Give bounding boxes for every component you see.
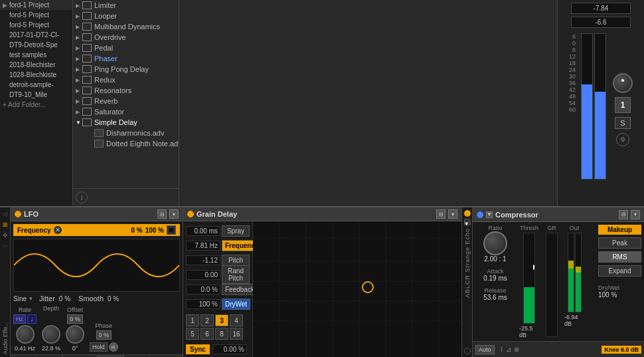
side-icon-3[interactable]: ✥ — [1, 231, 9, 239]
pitch-button[interactable]: Pitch — [222, 255, 250, 266]
browser-item-1028[interactable]: 1028-Blechkiste — [0, 70, 72, 80]
browser-item-ford5[interactable]: ford-5 Project — [0, 10, 72, 20]
lfo-shape-label: Sine — [13, 295, 27, 302]
browser-item-limiter[interactable]: ▶ Limiter — [73, 0, 179, 11]
browser-item-label: detroit-sample- — [9, 81, 54, 88]
randpitch-button[interactable]: Rand Pitch — [222, 265, 250, 284]
browser-item-simpledelay[interactable]: ▼ Simple Delay — [73, 117, 179, 128]
lfo-freq-grid-button[interactable]: ⊞ — [167, 225, 176, 235]
browser-item-pedal[interactable]: ▶ Pedal — [73, 43, 179, 53]
num-btn-8[interactable]: 8 — [215, 328, 228, 340]
browser-item-dotted[interactable]: Dotted Eighth Note.adv — [73, 138, 179, 149]
spray-button[interactable]: Spray — [222, 225, 250, 237]
grain-power-button[interactable] — [187, 211, 194, 217]
drywet-value[interactable] — [186, 299, 220, 309]
browser-item-detroit-spe[interactable]: DT9-Detroit-Spe — [0, 40, 72, 50]
dropdown-icon[interactable]: ▾ — [29, 295, 33, 302]
browser-item-dt2[interactable]: 2017-01-DT2-Cl- — [0, 30, 72, 40]
browser-item-label: 2017-01-DT2-Cl- — [9, 31, 59, 39]
auto-button[interactable]: Auto — [475, 345, 495, 354]
browser-item-looper[interactable]: ▶ Looper — [73, 11, 179, 21]
num-btn-16[interactable]: 16 — [230, 328, 243, 340]
spray-value[interactable] — [186, 226, 220, 236]
comp-menu-button[interactable]: ▾ — [631, 210, 640, 219]
browser-item-resonators[interactable]: ▶ Resonators — [73, 85, 179, 96]
browser-item-dt9[interactable]: DT9-10_Mile — [0, 90, 72, 100]
rate-unit-note[interactable]: ♩ — [27, 314, 37, 324]
arrow-icon: ▶ — [76, 45, 82, 51]
frequency-value[interactable] — [186, 241, 220, 251]
num-btn-2[interactable]: 2 — [201, 314, 214, 326]
feedback-button[interactable]: Feedback — [222, 284, 258, 295]
side-icon-4[interactable]: ☞ — [1, 242, 9, 250]
makeup-button[interactable]: Makeup — [598, 225, 641, 235]
sync-button[interactable]: Sync — [186, 344, 210, 354]
thresh-meter-col: Thresh -25.5 dB — [519, 225, 539, 338]
lfo-menu-button[interactable]: ▾ — [169, 209, 179, 219]
side-icon-2[interactable]: ⊞ — [1, 221, 9, 229]
comp-collapse-button[interactable]: ⊟ — [619, 210, 628, 219]
grain-collapse-button[interactable]: ⊟ — [436, 209, 445, 219]
num-btn-4[interactable]: 4 — [230, 314, 243, 326]
num-btn-5[interactable]: 5 — [186, 328, 199, 340]
lfo-freq-x-button[interactable]: ✕ — [54, 226, 62, 234]
browser-item-test[interactable]: test samples — [0, 50, 72, 60]
depth-knob[interactable] — [42, 325, 60, 344]
browser-item-saturator[interactable]: ▶ Saturator — [73, 106, 179, 117]
item-label: Resonators — [94, 86, 131, 94]
comp-mode-icon-1[interactable]: ⌇ — [500, 346, 503, 353]
ablr-power-dot[interactable] — [464, 210, 471, 217]
drywet-button[interactable]: DryWet — [222, 298, 250, 310]
rate-knob[interactable] — [16, 325, 35, 344]
reset-button[interactable]: R — [109, 342, 118, 352]
comp-power-button[interactable] — [477, 211, 483, 218]
browser-item-reverb[interactable]: ▶ Reverb — [73, 96, 179, 106]
audio-effects-label: Audio Effe... — [2, 322, 9, 354]
sync-value[interactable] — [212, 344, 247, 354]
drywet-row: DryWet — [186, 297, 250, 310]
volume-knob[interactable] — [613, 73, 633, 93]
rms-button[interactable]: RMS — [598, 251, 641, 263]
ablr-dot2[interactable] — [464, 348, 471, 354]
randpitch-value[interactable] — [186, 270, 220, 280]
num-btn-6[interactable]: 6 — [201, 328, 214, 340]
add-folder-button[interactable]: + Add Folder... — [0, 100, 72, 110]
side-icon-1[interactable]: ◁ — [1, 210, 9, 218]
lfo-power-button[interactable] — [15, 211, 21, 217]
browser-item-multiband[interactable]: ▶ Multiband Dynamics — [73, 21, 179, 32]
solo-button[interactable]: S — [615, 117, 631, 129]
folder-icon — [82, 12, 92, 20]
doc-icon — [94, 129, 104, 137]
pitch-value[interactable] — [186, 255, 220, 265]
feedback-value[interactable] — [186, 285, 220, 295]
comp-tab-auto[interactable]: Auto — [475, 345, 495, 354]
browser-item-redux[interactable]: ▶ Redux — [73, 74, 179, 85]
item-label: Saturator — [94, 108, 124, 116]
browser-item-phaser[interactable]: ▶ Phaser — [73, 53, 179, 64]
jitter-val: 0 % — [59, 295, 70, 302]
browser-item-minutektiv[interactable]: ▶ ford-1 Project — [0, 0, 72, 10]
peak-button[interactable]: Peak — [598, 237, 641, 249]
browser-item-disharmonics[interactable]: Disharmonics.adv — [73, 128, 179, 138]
browser-item-blechister[interactable]: 2018-Blechister — [0, 60, 72, 70]
ratio-knob[interactable] — [483, 231, 507, 255]
browser-item-detroit-s[interactable]: detroit-sample- — [0, 80, 72, 90]
out-meter-col: Out -6.94 dB — [564, 225, 584, 338]
offset-knob[interactable] — [66, 325, 84, 344]
hold-button[interactable]: Hold — [90, 342, 108, 352]
rate-unit-hz[interactable]: Hz — [13, 314, 26, 324]
browser-item-ford5b[interactable]: ford-5 Project — [0, 20, 72, 30]
num-btn-1[interactable]: 1 — [186, 314, 199, 326]
browser-item-pingpong[interactable]: ▶ Ping Pong Delay — [73, 64, 179, 74]
lfo-collapse-button[interactable]: ⊟ — [157, 209, 167, 219]
add-folder-label: + Add Folder... — [3, 101, 46, 108]
info-icon[interactable]: i — [76, 191, 88, 203]
browser-item-overdrive[interactable]: ▶ Overdrive — [73, 32, 179, 43]
ablr-icon[interactable]: ▾ — [464, 219, 471, 225]
settings-button[interactable]: ⚙ — [616, 133, 629, 146]
grain-menu-button[interactable]: ▾ — [448, 209, 457, 219]
comp-mode-icon-3[interactable]: ⊕ — [514, 346, 519, 353]
num-btn-3[interactable]: 3 — [215, 314, 228, 326]
expand-button[interactable]: Expand — [598, 265, 641, 277]
comp-mode-icon-2[interactable]: ⊿ — [506, 346, 511, 353]
